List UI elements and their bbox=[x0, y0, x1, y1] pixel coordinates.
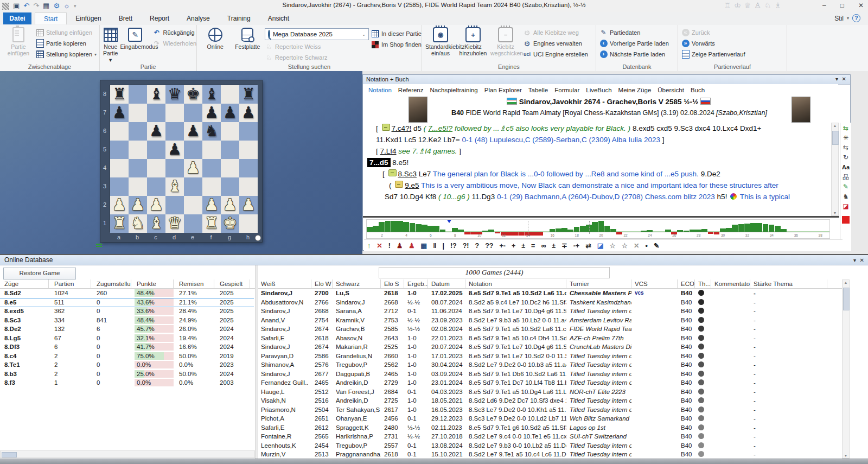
piece-♟-b2[interactable]: ♟ bbox=[129, 196, 147, 214]
notation-text[interactable]: [ bbox=[376, 124, 380, 132]
notation-tab-livebuch[interactable]: LiveBuch bbox=[583, 87, 615, 93]
square-h1[interactable] bbox=[239, 214, 258, 233]
piece-♝-c1[interactable]: ♝ bbox=[147, 214, 165, 233]
notation-text[interactable]: This is a very ambitious move, Now Black… bbox=[421, 181, 778, 189]
notation-tab-übersicht[interactable]: Übersicht bbox=[654, 87, 687, 93]
square-a3[interactable] bbox=[110, 177, 129, 196]
ribbon-item-repertoire-weiss[interactable]: ♘Repertoire Weiss bbox=[265, 42, 369, 51]
table-row[interactable]: Sindarov,J2677Daggupati,B24651-003.09.20… bbox=[258, 370, 842, 379]
table-row[interactable]: 8.c42075.0%50.0%2019 bbox=[0, 352, 254, 361]
table-row[interactable]: Abdusattorov,N2766Sindarov,J2668½-½08.07… bbox=[258, 298, 842, 307]
table-row[interactable]: Sindarov,J2668Sarana,A27120-111.06.20248… bbox=[258, 307, 842, 316]
notation-text[interactable]: 0-1 (48) Lupulescu,C (2589)-Serban,C (23… bbox=[462, 136, 660, 144]
square-h6[interactable] bbox=[239, 122, 258, 141]
notation-tab-referenz[interactable]: Referenz bbox=[395, 87, 427, 93]
column-header-white-player[interactable]: Weiß bbox=[259, 279, 311, 288]
fold-annotation-icon[interactable] bbox=[382, 124, 390, 131]
square-d6[interactable] bbox=[165, 122, 184, 141]
column-header-white-elo[interactable]: Elo W bbox=[312, 279, 333, 288]
ribbon-item-vorherige-partie-laden[interactable]: ‹Vorherige Partie laden bbox=[599, 39, 669, 48]
table-row[interactable]: Sindarov,J2700Lu,S26181-017.02.20258.e5 … bbox=[258, 289, 842, 298]
table-row[interactable]: 8.e5511043.6%21.1%2025 bbox=[0, 298, 254, 308]
annotation-symbol-button[interactable]: ✕ bbox=[376, 241, 382, 250]
piece-♟-c2[interactable]: ♟ bbox=[147, 196, 165, 214]
ribbon-button-standardkiebitz-ein-aus[interactable]: ◉Standardkiebitzein/aus bbox=[425, 26, 456, 56]
ribbon-item-zeige-partienverlauf[interactable]: Zeige Partienverlauf bbox=[681, 50, 745, 59]
square-g5[interactable] bbox=[221, 141, 239, 159]
piece-♚-e8[interactable]: ♚ bbox=[184, 85, 202, 104]
close-button[interactable]: ✕ bbox=[858, 2, 864, 9]
tab-brett[interactable]: Brett bbox=[110, 12, 141, 24]
square-c4[interactable] bbox=[147, 159, 165, 177]
save-icon[interactable]: ▣ bbox=[13, 2, 20, 10]
square-g8[interactable] bbox=[221, 85, 239, 104]
database-select[interactable]: Mega Database 2025⌄ bbox=[265, 28, 369, 40]
annotation-symbol-button[interactable]: ?? bbox=[485, 242, 493, 250]
tab-report[interactable]: Report bbox=[141, 12, 178, 24]
annotation-symbol-button[interactable]: ? bbox=[475, 242, 480, 250]
piece-♝-d3[interactable]: ♝ bbox=[165, 177, 184, 196]
panel-splitter[interactable] bbox=[363, 216, 839, 218]
ribbon-item-stellung-kopieren[interactable]: Stellung kopieren▾ bbox=[36, 50, 97, 59]
table-row[interactable]: Sindarov,J2674Grachev,B2585½-½02.08.2024… bbox=[258, 325, 842, 334]
square-h4[interactable] bbox=[239, 159, 258, 177]
table-row[interactable]: Leenhouts,K2454Tregubov,P25570-113.08.20… bbox=[258, 441, 842, 450]
annotation-symbol-button[interactable]: !? bbox=[450, 242, 457, 250]
app-menu-icon[interactable] bbox=[2, 3, 9, 10]
square-c5[interactable] bbox=[147, 141, 165, 159]
minimize-button[interactable]: – bbox=[822, 2, 826, 9]
table-row[interactable]: Fernandez Guill..2465Andreikin,D27291-02… bbox=[258, 378, 842, 387]
piece-♛-d8[interactable]: ♛ bbox=[165, 85, 184, 104]
notation-text[interactable]: see 7.♗f4 games. bbox=[397, 147, 459, 155]
piece-♟-e4[interactable]: ♟ bbox=[184, 159, 202, 177]
brightness-icon[interactable]: ☼ bbox=[63, 2, 70, 10]
tab-analyse[interactable]: Analyse bbox=[178, 12, 219, 24]
tab-einfügen[interactable]: Einfügen bbox=[67, 12, 110, 24]
notation-text[interactable]: ( bbox=[389, 181, 393, 189]
annotation-symbol-button[interactable]: ↑ bbox=[367, 242, 371, 250]
piece-♜-a8[interactable]: ♜ bbox=[110, 85, 129, 104]
ribbon-item-repertoire-schwarz[interactable]: ♘Repertoire Schwarz bbox=[265, 53, 369, 62]
tab-datei[interactable]: Datei bbox=[3, 12, 31, 24]
table-row[interactable]: 8.Lg567032.1%19.4%2024 bbox=[0, 334, 254, 343]
ribbon-button-festplatte[interactable]: Festplatte bbox=[233, 26, 263, 50]
table-row[interactable]: Pichot,A2651Ohanyan,E24560-129.12.20238.… bbox=[258, 414, 842, 423]
annotation-symbol-button[interactable]: ♟ bbox=[409, 241, 414, 250]
column-header-theme[interactable]: Th... bbox=[696, 279, 711, 288]
notation-text[interactable]: This is a typical bbox=[738, 193, 790, 201]
ribbon-button-kiebitz-hinzuholen[interactable]: ＋Kiebitzhinzuholen bbox=[458, 26, 488, 56]
notation-text[interactable]: 8.Sc3 bbox=[398, 170, 417, 178]
notation-text[interactable]: [ bbox=[376, 147, 380, 155]
notation-text[interactable]: 11.Kxd1 Lc5 12.Ke2 Lb7= bbox=[376, 136, 462, 144]
piece-♝-f8[interactable]: ♝ bbox=[202, 85, 221, 104]
annotation-symbol-button[interactable]: ✕ bbox=[634, 241, 639, 250]
annotation-symbol-button[interactable]: ∞ bbox=[541, 242, 546, 250]
column-header-tournament[interactable]: Turnier bbox=[567, 279, 631, 288]
table-row[interactable]: Murzin,V2513Praggnanandha..26180-115.10.… bbox=[258, 450, 842, 459]
notation-text[interactable]: followed by ...♗c5 also looks very playa… bbox=[452, 124, 630, 132]
column-header-vcs[interactable]: VCS bbox=[633, 279, 678, 288]
ribbon-item-alle-kiebitze-weg[interactable]: ⚙Alle Kiebitze weg bbox=[523, 28, 588, 37]
annotation-symbol-button[interactable]: ✎ bbox=[654, 241, 659, 250]
column-header-partien[interactable]: Partien bbox=[52, 279, 91, 288]
current-move[interactable]: 7...d5 bbox=[367, 158, 391, 167]
square-e3[interactable] bbox=[184, 177, 202, 196]
text-Aa-icon[interactable]: Aa bbox=[842, 164, 850, 171]
board-squares[interactable]: ♜♝♛♚♝♜♟♟♟♟♟♟♞♟♟♝♟♟♟♟♟♟♜♞♝♛♜♚ bbox=[110, 85, 257, 232]
column-header-kommentator[interactable]: Kommentator bbox=[712, 279, 750, 288]
ribbon-item-im-shop-finden[interactable]: Im Shop finden bbox=[371, 40, 422, 49]
annotation-symbol-button[interactable]: ⇄ bbox=[585, 241, 591, 250]
notation-text[interactable]: [ bbox=[382, 170, 387, 178]
chess-board[interactable]: ♜♝♛♚♝♜♟♟♟♟♟♟♞♟♟♝♟♟♟♟♟♟♜♞♝♛♜♚ 87654321 ab… bbox=[100, 80, 263, 243]
annotation-symbol-button[interactable]: -+ bbox=[573, 242, 579, 250]
table-row[interactable]: Fontaine,R2565Harikrishna,P2731½-½27.10.… bbox=[258, 432, 842, 441]
piece-♟-g7[interactable]: ♟ bbox=[221, 104, 239, 122]
style-label[interactable]: Stil bbox=[834, 15, 844, 22]
table-row[interactable]: 8.Df36041.7%16.6%2024 bbox=[0, 342, 254, 352]
annotation-symbol-button[interactable]: = bbox=[531, 242, 535, 250]
help-icon[interactable]: ? bbox=[852, 14, 860, 22]
notation-tab-formular[interactable]: Formular bbox=[551, 87, 583, 93]
column-header-zugumstellu[interactable]: Zugumstellu... bbox=[94, 279, 131, 288]
notation-text[interactable]: 9.De2 bbox=[699, 170, 720, 178]
annotation-symbol-button[interactable]: ± bbox=[552, 242, 556, 250]
